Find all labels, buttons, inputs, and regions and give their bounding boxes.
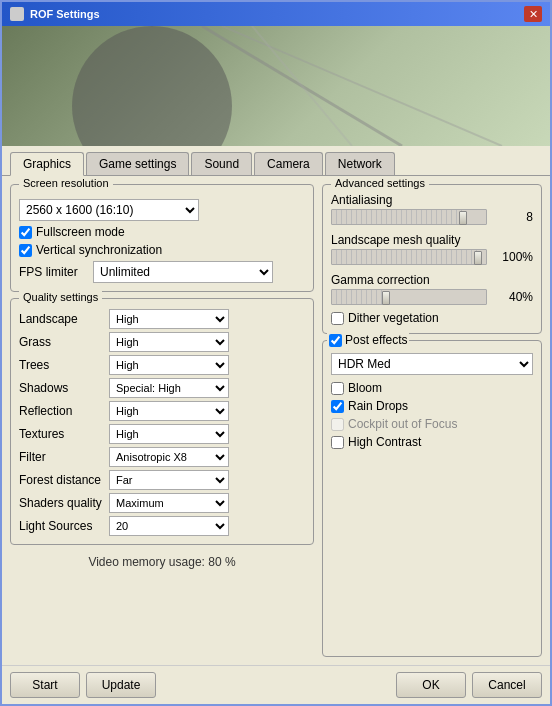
quality-name-textures: Textures [19, 427, 109, 441]
titlebar: ROF Settings ✕ [2, 2, 550, 26]
antialiasing-value: 8 [493, 210, 533, 224]
gamma-slider[interactable] [331, 289, 487, 305]
quality-select-forest[interactable]: FarNearMedium [109, 470, 229, 490]
quality-settings-label: Quality settings [19, 291, 102, 303]
quality-row-forest: Forest distance FarNearMedium [19, 470, 305, 490]
quality-row-trees: Trees HighLowMedium [19, 355, 305, 375]
post-effects-label-row: Post effects [327, 333, 409, 347]
gamma-label: Gamma correction [331, 273, 533, 287]
dither-label: Dither vegetation [348, 311, 439, 325]
advanced-settings-label: Advanced settings [331, 177, 429, 189]
fullscreen-checkbox[interactable] [19, 226, 32, 239]
start-button[interactable]: Start [10, 672, 80, 698]
bloom-checkbox[interactable] [331, 382, 344, 395]
quality-select-grass[interactable]: HighLowMedium [109, 332, 229, 352]
quality-row-lights: Light Sources 2051015 [19, 516, 305, 536]
quality-row-textures: Textures HighLowMedium [19, 424, 305, 444]
rain-drops-checkbox[interactable] [331, 400, 344, 413]
memory-value: 80 % [208, 555, 235, 569]
high-contrast-checkbox[interactable] [331, 436, 344, 449]
high-contrast-row: High Contrast [331, 435, 533, 449]
cancel-button[interactable]: Cancel [472, 672, 542, 698]
quality-name-landscape: Landscape [19, 312, 109, 326]
tab-graphics[interactable]: Graphics [10, 152, 84, 176]
quality-name-forest: Forest distance [19, 473, 109, 487]
post-effects-label: Post effects [345, 333, 407, 347]
quality-row-reflection: Reflection HighLowMedium [19, 401, 305, 421]
quality-row-filter: Filter Anisotropic X8NoneBilinearTriline… [19, 447, 305, 467]
fps-select[interactable]: Unlimited 30 60 120 [93, 261, 273, 283]
quality-name-reflection: Reflection [19, 404, 109, 418]
main-window: ROF Settings ✕ Graphics Game settings So… [0, 0, 552, 706]
antialiasing-row: Antialiasing 8 [331, 193, 533, 225]
ok-button[interactable]: OK [396, 672, 466, 698]
post-effects-checkbox[interactable] [329, 334, 342, 347]
landscape-mesh-label: Landscape mesh quality [331, 233, 533, 247]
quality-row-landscape: Landscape HighLowMedium [19, 309, 305, 329]
quality-row-shaders: Shaders quality MaximumLowMediumHigh [19, 493, 305, 513]
titlebar-left: ROF Settings [10, 7, 100, 21]
vsync-label: Vertical synchronization [36, 243, 162, 257]
rain-drops-row: Rain Drops [331, 399, 533, 413]
resolution-select[interactable]: 2560 x 1600 (16:10) [19, 199, 199, 221]
vsync-checkbox[interactable] [19, 244, 32, 257]
tab-camera[interactable]: Camera [254, 152, 323, 175]
quality-name-shadows: Shadows [19, 381, 109, 395]
screen-resolution-group: Screen resolution 2560 x 1600 (16:10) Fu… [10, 184, 314, 292]
screen-resolution-label: Screen resolution [19, 177, 113, 189]
post-effects-preset-select[interactable]: HDR Med None HDR Low HDR High [331, 353, 533, 375]
quality-name-grass: Grass [19, 335, 109, 349]
tab-game-settings[interactable]: Game settings [86, 152, 189, 175]
fps-label: FPS limiter [19, 265, 89, 279]
tab-sound[interactable]: Sound [191, 152, 252, 175]
tab-network[interactable]: Network [325, 152, 395, 175]
quality-row-grass: Grass HighLowMedium [19, 332, 305, 352]
quality-select-filter[interactable]: Anisotropic X8NoneBilinearTrilinear [109, 447, 229, 467]
tabs-bar: Graphics Game settings Sound Camera Netw… [2, 146, 550, 176]
fps-row: FPS limiter Unlimited 30 60 120 [19, 261, 305, 283]
quality-select-landscape[interactable]: HighLowMedium [109, 309, 229, 329]
quality-settings-group: Quality settings Landscape HighLowMedium… [10, 298, 314, 545]
memory-label: Video memory usage: [88, 555, 205, 569]
app-icon [10, 7, 24, 21]
footer-buttons: Start Update OK Cancel [2, 665, 550, 704]
quality-name-shaders: Shaders quality [19, 496, 109, 510]
window-title: ROF Settings [30, 8, 100, 20]
close-button[interactable]: ✕ [524, 6, 542, 22]
quality-name-filter: Filter [19, 450, 109, 464]
dither-checkbox[interactable] [331, 312, 344, 325]
quality-select-textures[interactable]: HighLowMedium [109, 424, 229, 444]
gamma-value: 40% [493, 290, 533, 304]
gamma-row: Gamma correction 40% [331, 273, 533, 305]
quality-name-lights: Light Sources [19, 519, 109, 533]
antialiasing-label: Antialiasing [331, 193, 533, 207]
landscape-mesh-value: 100% [493, 250, 533, 264]
cockpit-checkbox[interactable] [331, 418, 344, 431]
quality-name-trees: Trees [19, 358, 109, 372]
quality-row-shadows: Shadows Special: HighLowMediumHigh [19, 378, 305, 398]
quality-select-shaders[interactable]: MaximumLowMediumHigh [109, 493, 229, 513]
quality-select-reflection[interactable]: HighLowMedium [109, 401, 229, 421]
antialiasing-slider[interactable] [331, 209, 487, 225]
vsync-row: Vertical synchronization [19, 243, 305, 257]
update-button[interactable]: Update [86, 672, 156, 698]
landscape-mesh-row: Landscape mesh quality 100% [331, 233, 533, 265]
quality-select-trees[interactable]: HighLowMedium [109, 355, 229, 375]
landscape-mesh-slider[interactable] [331, 249, 487, 265]
left-panel: Screen resolution 2560 x 1600 (16:10) Fu… [10, 184, 314, 657]
fullscreen-label: Fullscreen mode [36, 225, 125, 239]
banner-overlay [2, 26, 550, 146]
quality-select-lights[interactable]: 2051015 [109, 516, 229, 536]
gamma-track: 40% [331, 289, 533, 305]
bloom-label: Bloom [348, 381, 382, 395]
landscape-mesh-track: 100% [331, 249, 533, 265]
fullscreen-row: Fullscreen mode [19, 225, 305, 239]
antialiasing-track: 8 [331, 209, 533, 225]
dither-row: Dither vegetation [331, 311, 533, 325]
banner-image [2, 26, 550, 146]
memory-usage-row: Video memory usage: 80 % [10, 551, 314, 573]
quality-select-shadows[interactable]: Special: HighLowMediumHigh [109, 378, 229, 398]
footer-left: Start Update [10, 672, 156, 698]
cockpit-label: Cockpit out of Focus [348, 417, 457, 431]
high-contrast-label: High Contrast [348, 435, 421, 449]
